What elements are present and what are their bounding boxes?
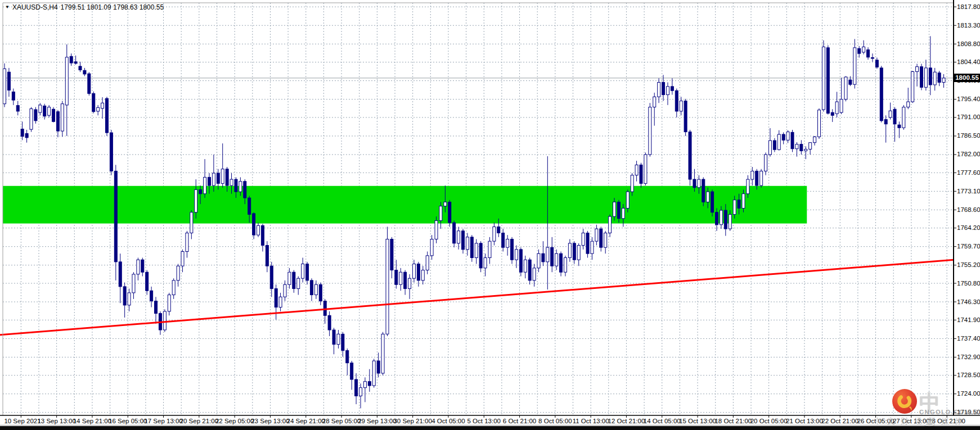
candle [341, 334, 344, 350]
symbol-dropdown-icon[interactable]: ▼ [5, 5, 10, 10]
candle [826, 48, 829, 114]
candle [707, 192, 709, 202]
candle [684, 101, 687, 132]
candle [528, 260, 531, 280]
time-axis-label: 28 Sep 05:00 [322, 418, 361, 424]
candle [461, 231, 464, 250]
time-axis-label: 22 Sep 05:00 [215, 418, 254, 424]
candle [439, 206, 442, 221]
candle [902, 107, 905, 128]
candle [363, 382, 366, 388]
candle [328, 315, 331, 330]
candle [484, 258, 487, 268]
candle [350, 363, 353, 379]
candle [448, 202, 451, 223]
candle [163, 311, 166, 330]
candle [65, 57, 68, 105]
candle [511, 239, 514, 260]
price-axis-label: 1741.90 [957, 316, 980, 323]
candle [626, 192, 629, 208]
time-axis-label: 4 Oct 05:00 [431, 418, 465, 424]
candle [924, 68, 927, 88]
candle [404, 272, 407, 288]
candle [16, 106, 19, 111]
candle [30, 109, 33, 130]
price-axis-label: 1786.50 [957, 132, 980, 139]
price-axis-label: 1808.80 [957, 40, 980, 47]
candle [204, 177, 206, 193]
candle [600, 229, 603, 247]
candle [635, 165, 638, 175]
candle [617, 202, 620, 218]
candle [479, 243, 482, 268]
candle [323, 301, 326, 316]
candle [430, 239, 433, 255]
candle [421, 270, 424, 280]
candle [782, 134, 785, 140]
candle [177, 266, 179, 280]
candle [551, 247, 554, 266]
candle [56, 112, 59, 132]
candle [279, 297, 282, 307]
candle [181, 251, 184, 266]
candle [97, 107, 100, 111]
time-axis-label: 14 Oct 05:00 [644, 418, 681, 424]
candle [786, 132, 789, 141]
candle [284, 284, 286, 297]
candle [123, 287, 126, 305]
candle [546, 247, 549, 262]
candle [889, 111, 892, 117]
candle [74, 62, 77, 64]
candle [199, 189, 202, 193]
price-axis-label: 1804.40 [957, 58, 980, 65]
candle [408, 278, 411, 288]
chart-title: ▼ XAUUSD-S,H4 1799.51 1801.09 1798.63 18… [5, 3, 164, 11]
chart-canvas[interactable] [0, 0, 980, 430]
current-price-flag: 1800.55 [954, 74, 980, 82]
candle [21, 129, 24, 136]
price-axis-label: 1773.10 [957, 188, 980, 194]
candle [800, 144, 803, 151]
candle [604, 233, 607, 247]
time-axis-label: 29 Sep 13:00 [358, 418, 396, 424]
candle [916, 67, 919, 72]
candle [114, 171, 117, 261]
supply-zone-rect[interactable] [3, 186, 807, 224]
candle [372, 361, 375, 386]
candle [893, 109, 896, 124]
price-axis-label: 1813.30 [957, 22, 980, 29]
candle [849, 80, 852, 84]
candle [729, 214, 731, 229]
candle [907, 102, 910, 107]
candle [172, 280, 175, 295]
candle [747, 179, 749, 194]
candle [582, 233, 585, 245]
candle [105, 98, 108, 133]
candle [132, 274, 135, 293]
candle [221, 169, 224, 184]
candle [760, 171, 763, 185]
candle [293, 272, 295, 288]
candle [186, 233, 188, 251]
price-axis-label: 1777.60 [957, 169, 980, 176]
candle [332, 330, 335, 345]
chart-window: ▼ XAUUSD-S,H4 1799.51 1801.09 1798.63 18… [0, 0, 980, 430]
candle [515, 250, 518, 260]
time-axis-label: 30 Sep 21:00 [393, 418, 431, 424]
candle [560, 254, 563, 272]
candle [168, 295, 170, 311]
candle [720, 210, 722, 225]
candle [493, 227, 496, 241]
candle [537, 254, 540, 268]
candle [395, 270, 398, 285]
candle [444, 202, 447, 206]
candle [150, 291, 153, 301]
candle [155, 301, 158, 314]
time-axis-label: 18 Oct 21:00 [714, 418, 752, 424]
candle [39, 105, 42, 112]
candle [70, 56, 73, 63]
time-axis-label: 22 Oct 21:00 [821, 418, 858, 424]
candle [773, 141, 776, 150]
candle [141, 260, 144, 272]
time-axis-label: 6 Oct 21:00 [503, 418, 536, 424]
